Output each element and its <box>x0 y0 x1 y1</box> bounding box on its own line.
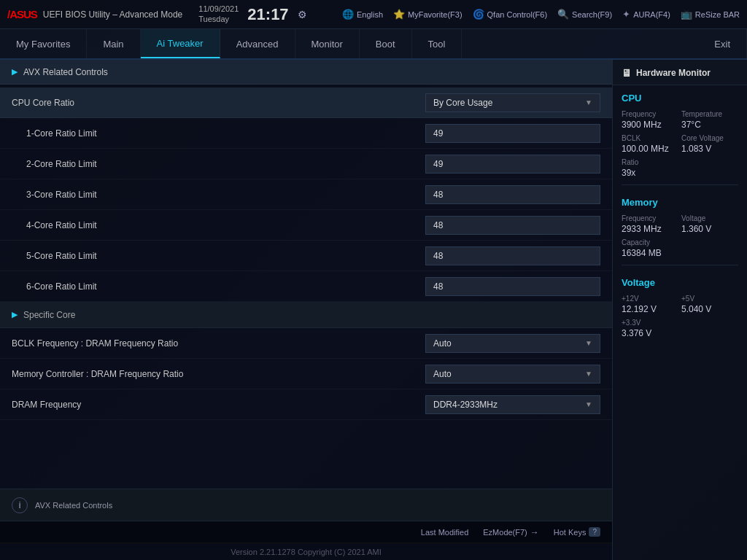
myfavorite-link[interactable]: ⭐ MyFavorite(F3) <box>393 9 462 20</box>
language-link[interactable]: 🌐 English <box>342 9 383 20</box>
version-bar: Version 2.21.1278 Copyright (C) 2021 AMI <box>0 542 612 560</box>
dropdown-dram-freq[interactable]: DDR4-2933MHz ▼ <box>425 395 600 414</box>
hw-divider-1 <box>622 184 738 185</box>
hw-memory-section: Memory <box>613 190 747 212</box>
sub-section-specific-core: ▶ Specific Core <box>0 302 612 328</box>
setting-label-memctrl-dram: Memory Controller : DRAM Frequency Ratio <box>12 369 425 379</box>
search-link[interactable]: 🔍 Search(F9) <box>557 9 612 20</box>
dropdown-arrow-dram: ▼ <box>585 400 592 408</box>
hardware-monitor-panel: 🖥 Hardware Monitor CPU Frequency 3900 MH… <box>612 60 747 560</box>
sub-section-arrow: ▶ <box>12 310 18 319</box>
hw-cpu-corevolt-col: Core Voltage 1.083 V <box>681 134 738 154</box>
tab-exit[interactable]: Exit <box>698 29 747 58</box>
nav-bar: My Favorites Main Ai Tweaker Advanced Mo… <box>0 29 747 60</box>
hw-bclk-label: BCLK <box>622 134 678 142</box>
setting-row-bclk-dram[interactable]: BCLK Frequency : DRAM Frequency Ratio Au… <box>0 328 612 359</box>
dropdown-memctrl-dram[interactable]: Auto ▼ <box>425 365 600 384</box>
hw-cpu-temp-value: 37°C <box>681 120 738 130</box>
hw-mem-freq-value: 2933 MHz <box>622 224 678 234</box>
setting-row-cpu-core-ratio[interactable]: CPU Core Ratio By Core Usage ▼ <box>0 88 612 118</box>
hw-ratio-value: 39x <box>622 168 738 178</box>
setting-label-dram-freq: DRAM Frequency <box>12 400 425 410</box>
dropdown-arrow-memctrl: ▼ <box>585 370 592 378</box>
input-4core[interactable]: 48 <box>425 216 600 235</box>
dropdown-arrow-bclk: ▼ <box>585 339 592 347</box>
hw-mem-volt-label: Voltage <box>681 214 738 222</box>
hw-cpu-ratio-col: Ratio 39x <box>622 158 738 178</box>
hw-cpu-bclk-col: BCLK 100.00 MHz <box>622 134 678 154</box>
bottom-info: i AVX Related Controls <box>0 489 612 521</box>
monitor-icon: 🖥 <box>622 67 632 79</box>
tab-tool[interactable]: Tool <box>412 29 462 58</box>
hotkeys-btn[interactable]: Hot Keys ? <box>554 527 600 537</box>
hw-mem-cap-col: Capacity 16384 MB <box>622 238 738 258</box>
setting-row-6core[interactable]: 6-Core Ratio Limit 48 <box>0 271 612 302</box>
hw-volt-33-row: +3.3V 3.376 V <box>613 316 747 341</box>
settings-list: CPU Core Ratio By Core Usage ▼ 1-Core Ra… <box>0 85 612 489</box>
hw-corevolt-value: 1.083 V <box>681 144 738 154</box>
hw-mem-volt-col: Voltage 1.360 V <box>681 214 738 234</box>
input-1core[interactable]: 49 <box>425 124 600 143</box>
hw-cpu-bclk-volt-row: BCLK 100.00 MHz Core Voltage 1.083 V <box>613 132 747 156</box>
setting-row-3core[interactable]: 3-Core Ratio Limit 48 <box>0 179 612 210</box>
tab-my-favorites[interactable]: My Favorites <box>0 29 87 58</box>
top-bar-links: 🌐 English ⭐ MyFavorite(F3) 🌀 Qfan Contro… <box>342 9 740 20</box>
hw-v12-label: +12V <box>622 295 678 303</box>
hw-corevolt-label: Core Voltage <box>681 134 738 142</box>
last-modified-btn[interactable]: Last Modified <box>421 528 468 537</box>
main-panel: ▶ AVX Related Controls CPU Core Ratio By… <box>0 60 612 560</box>
setting-row-dram-freq[interactable]: DRAM Frequency DDR4-2933MHz ▼ <box>0 389 612 420</box>
date-display: 11/09/2021 Tuesday <box>198 4 239 23</box>
setting-row-4core[interactable]: 4-Core Ratio Limit 48 <box>0 210 612 241</box>
hw-cpu-freq-col: Frequency 3900 MHz <box>622 110 678 130</box>
hw-cpu-freq-value: 3900 MHz <box>622 120 678 130</box>
setting-row-5core[interactable]: 5-Core Ratio Limit 48 <box>0 241 612 271</box>
settings-icon: ⚙ <box>298 9 307 20</box>
asus-logo: /ASUS <box>7 8 37 20</box>
setting-row-1core[interactable]: 1-Core Ratio Limit 49 <box>0 118 612 149</box>
hw-mem-cap-row: Capacity 16384 MB <box>613 236 747 260</box>
info-text: AVX Related Controls <box>35 501 112 510</box>
hw-volt-5-col: +5V 5.040 V <box>681 295 738 314</box>
input-6core[interactable]: 48 <box>425 277 600 296</box>
hw-mem-freq-label: Frequency <box>622 214 678 222</box>
tab-main[interactable]: Main <box>87 29 140 58</box>
footer-bar: Last Modified EzMode(F7) → Hot Keys ? <box>0 521 612 542</box>
tab-ai-tweaker[interactable]: Ai Tweaker <box>141 29 220 58</box>
hw-mem-cap-value: 16384 MB <box>622 248 738 258</box>
hw-cpu-temp-label: Temperature <box>681 110 738 118</box>
setting-row-memctrl-dram[interactable]: Memory Controller : DRAM Frequency Ratio… <box>0 359 612 389</box>
time-display: 21:17 <box>247 5 288 24</box>
tab-boot[interactable]: Boot <box>360 29 412 58</box>
section-title: AVX Related Controls <box>23 67 108 77</box>
tab-advanced[interactable]: Advanced <box>220 29 295 58</box>
aura-link[interactable]: ✦ AURA(F4) <box>622 9 670 20</box>
input-2core[interactable]: 49 <box>425 155 600 174</box>
input-5core[interactable]: 48 <box>425 246 600 265</box>
logo-area: /ASUS UEFI BIOS Utility – Advanced Mode <box>7 8 182 20</box>
top-bar: /ASUS UEFI BIOS Utility – Advanced Mode … <box>0 0 747 29</box>
section-header: ▶ AVX Related Controls <box>0 60 612 85</box>
setting-label-3core: 3-Core Ratio Limit <box>12 190 425 200</box>
input-3core[interactable]: 48 <box>425 185 600 204</box>
dropdown-cpu-core-ratio[interactable]: By Core Usage ▼ <box>425 93 600 112</box>
hw-v33-label: +3.3V <box>622 319 738 327</box>
setting-label-6core: 6-Core Ratio Limit <box>12 281 425 292</box>
globe-icon: 🌐 <box>342 9 354 20</box>
hw-v5-value: 5.040 V <box>681 304 738 314</box>
hw-v33-value: 3.376 V <box>622 328 738 338</box>
info-icon: i <box>12 497 28 513</box>
setting-row-2core[interactable]: 2-Core Ratio Limit 49 <box>0 149 612 179</box>
bios-title: UEFI BIOS Utility – Advanced Mode <box>43 9 182 20</box>
hw-mem-freq-volt-row: Frequency 2933 MHz Voltage 1.360 V <box>613 212 747 236</box>
ezmode-btn[interactable]: EzMode(F7) → <box>483 527 539 537</box>
hw-bclk-value: 100.00 MHz <box>622 144 678 154</box>
datetime: 11/09/2021 Tuesday <box>198 4 239 23</box>
resize-bar-link[interactable]: 📺 ReSize BAR <box>681 9 740 20</box>
setting-label-cpu-core-ratio: CPU Core Ratio <box>12 98 425 108</box>
tab-monitor[interactable]: Monitor <box>295 29 360 58</box>
search-icon: 🔍 <box>557 9 569 20</box>
qfan-link[interactable]: 🌀 Qfan Control(F6) <box>473 9 548 20</box>
dropdown-bclk-dram[interactable]: Auto ▼ <box>425 334 600 353</box>
hw-cpu-temp-col: Temperature 37°C <box>681 110 738 130</box>
